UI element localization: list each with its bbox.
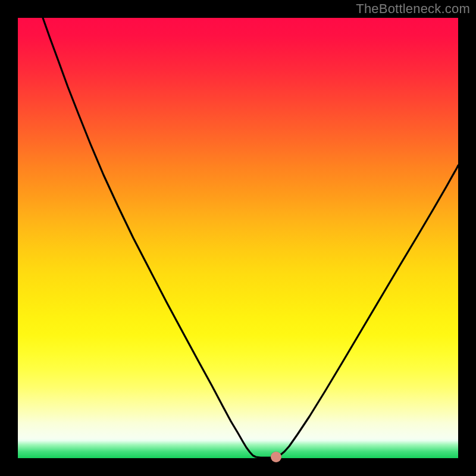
watermark-text: TheBottleneck.com xyxy=(356,1,470,17)
curve-path xyxy=(43,18,458,458)
bottleneck-curve xyxy=(18,18,458,458)
chart-frame: TheBottleneck.com xyxy=(0,0,476,476)
optimal-point-marker xyxy=(271,452,281,462)
plot-area xyxy=(18,18,458,458)
